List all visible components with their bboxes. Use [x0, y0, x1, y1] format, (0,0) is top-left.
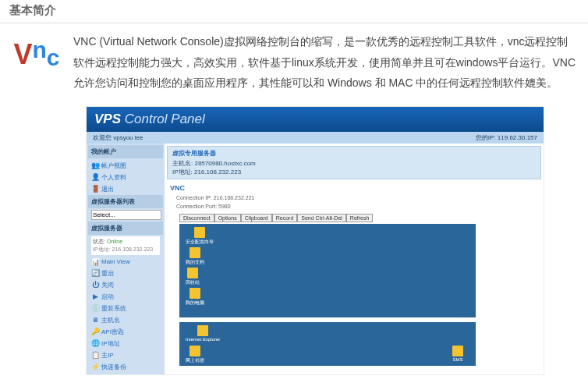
sidebar-item-icon: 📋	[91, 351, 99, 359]
vnc-toolbar-button[interactable]: Disconnect	[179, 214, 214, 222]
user-ip: 您的IP: 119.62.30.157	[476, 133, 537, 142]
panel-main: 虚拟专用服务器 主机名: 28570980.hostxc.com IP地址: 2…	[165, 144, 544, 374]
sidebar-item-icon: 🌐	[91, 339, 99, 347]
vnc-toolbar-button[interactable]: Options	[214, 214, 241, 222]
hostname-value: 28570980.hostxc.com	[194, 160, 255, 167]
logo-letter-n: n	[33, 37, 47, 63]
sidebar-item[interactable]: 📋主IP	[88, 349, 163, 361]
conn-port: Connection Port: 5980	[167, 202, 541, 211]
remote-desktop-view-2[interactable]: Internet Explorer网上邻居SMS	[179, 322, 476, 366]
vnc-toolbar: DisconnectOptionsClipboardRecordSend Ctr…	[179, 214, 541, 222]
sidebar-item[interactable]: 📊Main View	[88, 257, 163, 268]
desktop-icon-label: 网上邻居	[186, 357, 204, 364]
sidebar-item[interactable]: 💿重装系统	[88, 303, 163, 314]
desktop-icon-image	[190, 346, 200, 356]
sidebar-item-icon: ⚡	[91, 363, 99, 370]
sidebar-item-icon: 👤	[91, 173, 99, 181]
desktop-icon[interactable]: Internet Explorer	[186, 325, 220, 342]
sidebar-item-label: 启动	[101, 292, 114, 301]
desktop-icon[interactable]: SMS	[452, 346, 463, 362]
sidebar-item-label: 帐户视图	[101, 161, 126, 170]
sidebar-item-label: IP地址	[101, 339, 120, 348]
sidebar-account-title: 我的帐户	[88, 145, 163, 158]
ip-label: IP地址:	[172, 168, 193, 176]
desktop-icon-label: SMS	[452, 357, 463, 362]
sidebar-item-icon: 🖥	[91, 316, 99, 324]
sidebar-item[interactable]: 🔄重启	[88, 268, 163, 279]
sidebar-item-label: 主机名	[101, 316, 120, 324]
sidebar-item-label: 主IP	[101, 351, 114, 360]
sidebar-item[interactable]: 🚪退出	[88, 183, 163, 195]
desktop-icon-image	[197, 325, 208, 336]
intro-block: Vnc VNC (Virtual Network Console)虚拟网络控制台…	[0, 23, 588, 100]
desktop-icon-label: 回收站	[186, 279, 200, 286]
sidebar-item[interactable]: 👤个人资料	[88, 172, 163, 183]
desktop-icon-image	[190, 288, 200, 299]
sidebar-item-icon: ⏻	[91, 281, 99, 289]
server-status-box: 状态: Online IP地址: 216.108.232.223	[91, 236, 160, 255]
ip-value: 216.108.232.223	[194, 168, 241, 176]
brand-bold: VPS	[94, 112, 121, 126]
vps-select[interactable]: Select...	[91, 210, 161, 220]
vnc-toolbar-button[interactable]: Clipboard	[241, 214, 272, 222]
desktop-icon-label: 安全配置向导	[186, 239, 214, 246]
sidebar-item[interactable]: 🌐IP地址	[88, 338, 163, 349]
control-panel-screenshot: VPS Control Panel 欢迎您 vpsyou lee 您的IP: 1…	[86, 106, 544, 375]
sidebar-vps-title: 虚拟服务器列表	[88, 195, 163, 208]
vps-info-title: 虚拟专用服务器	[172, 149, 536, 158]
remote-desktop-view-1[interactable]: 安全配置向导我的文档回收站我的电脑	[179, 224, 476, 317]
desktop-icon-label: 我的文档	[186, 259, 204, 266]
desktop-icon-image	[190, 247, 200, 258]
sidebar-item[interactable]: 🔑API密匙	[88, 326, 163, 338]
status-label: 状态:	[93, 239, 105, 244]
brand-light: Control Panel	[125, 112, 205, 126]
conn-ip: Connection IP: 216.108.232.221	[167, 193, 541, 202]
sidebar-item-label: Main View	[101, 258, 130, 265]
desktop-icon-label: Internet Explorer	[186, 337, 220, 342]
sidebar-item[interactable]: ⚡快速备份	[88, 361, 163, 373]
vnc-toolbar-button[interactable]: Send Ctrl-Alt-Del	[297, 214, 346, 222]
vnc-toolbar-button[interactable]: Record	[272, 214, 298, 222]
sidebar-item-icon: 🔑	[91, 328, 99, 335]
sidebar-item-label: API密匙	[101, 328, 124, 336]
panel-subbar: 欢迎您 vpsyou lee 您的IP: 119.62.30.157	[87, 132, 544, 144]
sidebar-item-icon: 💿	[91, 304, 99, 312]
logo-letter-v: V	[13, 38, 32, 71]
section-title: 基本简介	[0, 0, 588, 23]
sidebar-item[interactable]: ▶启动	[88, 291, 163, 303]
panel-sidebar: 我的帐户 👥帐户视图👤个人资料🚪退出 虚拟服务器列表 Select... 虚拟服…	[87, 144, 165, 374]
desktop-icon[interactable]: 网上邻居	[186, 346, 204, 364]
panel-body: 我的帐户 👥帐户视图👤个人资料🚪退出 虚拟服务器列表 Select... 虚拟服…	[87, 144, 544, 374]
sidebar-server-title: 虚拟服务器	[88, 222, 163, 235]
status-ip: IP地址: 216.108.232.223	[93, 246, 153, 252]
sidebar-item[interactable]: 🖥主机名	[88, 314, 163, 326]
sidebar-item-icon: 🚪	[91, 185, 99, 193]
sidebar-item-icon: ▶	[91, 292, 99, 300]
panel-header: VPS Control Panel	[87, 107, 544, 132]
sidebar-item-label: 关闭	[101, 281, 114, 289]
desktop-icon[interactable]: 我的电脑	[186, 288, 204, 307]
logo-letter-c: c	[47, 44, 60, 71]
sidebar-item-icon: 📊	[91, 258, 99, 266]
sidebar-item-icon: 👥	[91, 161, 99, 169]
desktop-icon-image	[187, 268, 198, 278]
intro-text: VNC (Virtual Network Console)虚拟网络控制台的缩写，…	[73, 31, 579, 94]
sidebar-item-label: 重启	[101, 269, 114, 278]
welcome-text: 欢迎您 vpsyou lee	[93, 133, 143, 142]
sidebar-item-label: 退出	[101, 185, 114, 193]
desktop-icon[interactable]: 我的文档	[186, 247, 204, 266]
desktop-icon[interactable]: 回收站	[186, 268, 200, 286]
hostname-label: 主机名:	[172, 160, 193, 167]
desktop-icon[interactable]: 安全配置向导	[186, 227, 214, 246]
sidebar-item-label: 重装系统	[101, 304, 126, 313]
sidebar-item-label: 个人资料	[101, 173, 126, 182]
status-value: Online	[107, 239, 122, 244]
sidebar-item-label: 快速备份	[101, 363, 126, 371]
desktop-icon-label: 我的电脑	[186, 300, 204, 307]
sidebar-item[interactable]: ⏻关闭	[88, 279, 163, 291]
vps-info-box: 虚拟专用服务器 主机名: 28570980.hostxc.com IP地址: 2…	[167, 146, 541, 179]
sidebar-item[interactable]: 👥帐户视图	[88, 160, 163, 172]
vnc-logo: Vnc	[9, 31, 64, 78]
sidebar-item-icon: 🔄	[91, 269, 99, 277]
vnc-toolbar-button[interactable]: Refresh	[346, 214, 374, 222]
